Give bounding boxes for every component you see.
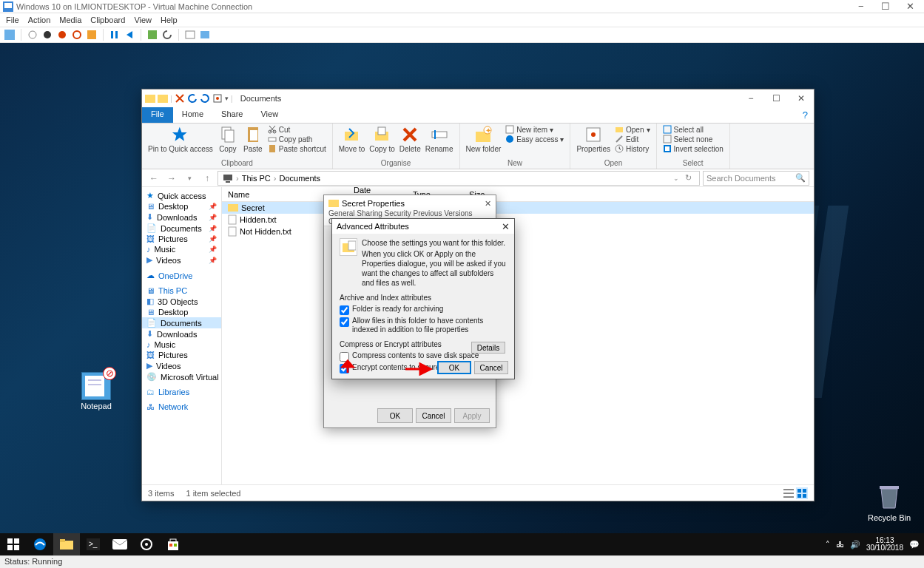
tab-home[interactable]: Home [173, 107, 212, 123]
nav-onedrive[interactable]: ☁OneDrive [142, 270, 221, 281]
nav-forward-button[interactable]: → [164, 173, 179, 183]
nav-pc-documents[interactable]: 📄Documents [142, 317, 221, 328]
vm-menu-media[interactable]: Media [59, 16, 81, 24]
nav-pc-videos[interactable]: ▶Videos [142, 360, 221, 371]
search-input[interactable]: Search Documents 🔍 [703, 171, 809, 186]
tray-volume-icon[interactable]: 🔊 [850, 540, 860, 550]
icons-view-icon[interactable] [796, 487, 808, 499]
breadcrumb-dropdown-icon[interactable]: ⌄ [673, 175, 679, 182]
nav-downloads[interactable]: ⬇Downloads📌 [142, 212, 221, 223]
vm-menu-clipboard[interactable]: Clipboard [90, 16, 125, 24]
toolbar-icon[interactable] [42, 30, 53, 40]
taskbar-store[interactable] [160, 533, 186, 555]
revert-icon[interactable] [162, 30, 172, 40]
vm-menu-view[interactable]: View [134, 16, 152, 24]
properties-close-button[interactable]: ✕ [485, 199, 491, 209]
vm-minimize-button[interactable]: − [850, 1, 872, 12]
nav-up-button[interactable]: ↑ [200, 173, 215, 183]
ctrl-alt-del-icon[interactable] [4, 30, 15, 40]
details-button[interactable]: Details [471, 342, 505, 354]
nav-music[interactable]: ♪Music📌 [142, 244, 221, 254]
tray-network-icon[interactable]: 🖧 [836, 540, 844, 549]
nav-pc-music[interactable]: ♪Music [142, 339, 221, 350]
refresh-icon[interactable]: ↻ [682, 173, 695, 183]
explorer-maximize-button[interactable]: ☐ [763, 93, 789, 104]
ribbon-new-folder[interactable]: ✦New folder [466, 125, 502, 153]
tab-file[interactable]: File [142, 107, 173, 123]
tray-up-icon[interactable]: ˄ [826, 540, 830, 550]
taskbar-mail[interactable] [107, 533, 133, 555]
ribbon-pin-quick-access[interactable]: Pin to Quick access [148, 125, 213, 153]
nav-virtual-disk[interactable]: 💿Microsoft Virtual Di [142, 371, 221, 382]
nav-pictures[interactable]: 🖼Pictures📌 [142, 234, 221, 244]
ribbon-edit[interactable]: Edit [615, 135, 638, 143]
ribbon-select-all[interactable]: Select all [663, 125, 704, 134]
desktop-icon-notepad[interactable]: ⊘ Notepad [70, 372, 122, 410]
help-icon[interactable]: ? [797, 107, 814, 123]
vm-menu-file[interactable]: File [6, 16, 19, 24]
nav-pc-desktop[interactable]: 🖥Desktop [142, 307, 221, 317]
tab-share[interactable]: Share [212, 107, 252, 123]
toolbar-icon[interactable] [27, 30, 38, 40]
ribbon-copy-path[interactable]: Copy path [268, 135, 313, 143]
checkbox-ready-archiving[interactable]: Folder is ready for archiving [340, 305, 507, 315]
taskbar-terminal[interactable]: >_ [80, 533, 107, 555]
turn-off-icon[interactable] [57, 30, 67, 40]
nav-back-button[interactable]: ← [146, 173, 161, 183]
list-item[interactable]: Not Hidden.txt [222, 226, 814, 237]
ribbon-select-none[interactable]: Select none [663, 135, 713, 143]
ribbon-delete[interactable]: Delete [399, 125, 421, 153]
ribbon-new-item[interactable]: New item▾ [505, 125, 553, 134]
vm-menu-help[interactable]: Help [161, 16, 178, 24]
nav-recent-button[interactable]: ▾ [182, 175, 197, 182]
tray-notifications-icon[interactable]: 💬 [909, 540, 920, 550]
ribbon-copy[interactable]: Copy [217, 125, 238, 153]
desktop-icon-recycle-bin[interactable]: Recycle Bin [863, 484, 915, 522]
taskbar-settings[interactable] [133, 533, 160, 555]
pause-icon[interactable] [109, 30, 120, 40]
enhanced-icon[interactable] [185, 30, 195, 40]
ribbon-copy-to[interactable]: Copy to [369, 125, 394, 153]
start-button[interactable] [0, 533, 27, 555]
ribbon-paste-shortcut[interactable]: Paste shortcut [268, 144, 326, 153]
properties-ok-button[interactable]: OK [377, 408, 413, 423]
vm-close-button[interactable]: ✕ [899, 1, 921, 12]
properties-apply-button[interactable]: Apply [454, 408, 490, 423]
breadcrumb[interactable]: › This PC › Documents ⌄ ↻ [217, 171, 700, 186]
tray-clock[interactable]: 16:13 30/10/2018 [866, 537, 903, 552]
vm-maximize-button[interactable]: ☐ [874, 1, 897, 12]
ribbon-open[interactable]: Open▾ [615, 125, 650, 134]
nav-desktop[interactable]: 🖥Desktop📌 [142, 201, 221, 212]
nav-this-pc[interactable]: 🖥This PC [142, 285, 221, 296]
advanced-ok-button[interactable]: OK [437, 361, 471, 374]
guest-desktop[interactable]: ⊘ Notepad Recycle Bin | ▾ | Documents − [0, 43, 924, 555]
advanced-close-button[interactable]: ✕ [502, 221, 510, 232]
ribbon-history[interactable]: History [615, 144, 649, 153]
list-item[interactable]: Secret [222, 202, 814, 214]
details-view-icon[interactable] [783, 487, 795, 499]
nav-videos[interactable]: ▶Videos📌 [142, 254, 221, 266]
qat-delete-icon[interactable] [175, 93, 185, 104]
share-icon[interactable] [200, 30, 210, 40]
explorer-minimize-button[interactable]: − [738, 93, 763, 104]
nav-pc-pictures[interactable]: 🖼Pictures [142, 350, 221, 360]
nav-documents[interactable]: 📄Documents📌 [142, 223, 221, 234]
nav-3d-objects[interactable]: ◧3D Objects [142, 296, 221, 307]
taskbar-edge[interactable] [27, 533, 53, 555]
taskbar-explorer[interactable] [53, 533, 80, 555]
ribbon-cut[interactable]: Cut [268, 125, 291, 134]
save-icon[interactable] [87, 30, 97, 40]
checkbox-allow-indexing[interactable]: Allow files in this folder to have conte… [340, 317, 507, 334]
qat-undo-icon[interactable] [187, 93, 198, 104]
advanced-cancel-button[interactable]: Cancel [474, 361, 508, 374]
vm-menu-action[interactable]: Action [28, 16, 51, 24]
properties-cancel-button[interactable]: Cancel [416, 408, 451, 423]
nav-network[interactable]: 🖧Network [142, 402, 221, 412]
checkpoint-icon[interactable] [147, 30, 158, 40]
ribbon-properties[interactable]: Properties [576, 125, 610, 153]
nav-libraries[interactable]: 🗂Libraries [142, 387, 221, 397]
qat-icon[interactable] [158, 93, 168, 104]
tab-view[interactable]: View [252, 107, 287, 123]
explorer-close-button[interactable]: ✕ [789, 93, 814, 104]
ribbon-move-to[interactable]: Move to [339, 125, 365, 153]
